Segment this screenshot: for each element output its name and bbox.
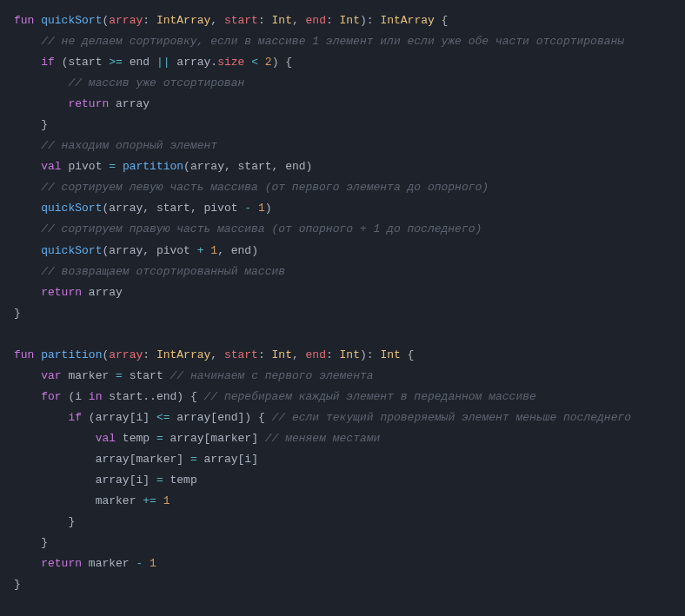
identifier: end <box>231 244 251 257</box>
operator: - <box>244 202 251 215</box>
identifier: pivot <box>156 244 190 257</box>
param: end <box>306 348 326 361</box>
identifier: array <box>170 432 204 445</box>
code-line: } <box>14 578 21 591</box>
keyword-val: val <box>41 160 61 173</box>
operator: < <box>251 56 258 69</box>
keyword-if: if <box>68 411 82 424</box>
code-line: } <box>14 515 75 528</box>
code-line: var marker = start // начинаем с первого… <box>14 369 374 382</box>
identifier: start <box>130 369 163 382</box>
number: 1 <box>163 494 170 507</box>
number: 1 <box>150 557 156 570</box>
code-line: // сортируем правую часть массива (от оп… <box>14 222 482 235</box>
operator: >= <box>109 56 123 69</box>
code-line: array[marker] = array[i] <box>14 453 258 466</box>
identifier: marker <box>136 453 176 466</box>
identifier: temp <box>170 474 197 487</box>
operator: - <box>136 557 143 570</box>
operator: + <box>197 244 204 257</box>
operator: = <box>156 474 163 487</box>
identifier: i <box>75 390 82 403</box>
identifier: array <box>109 202 143 215</box>
identifier: pivot <box>204 202 238 215</box>
property: size <box>217 56 244 69</box>
code-line: } <box>14 307 21 320</box>
identifier: end <box>217 411 237 424</box>
param: array <box>109 14 143 27</box>
keyword-val: val <box>96 432 116 445</box>
keyword-return: return <box>41 286 82 299</box>
return-type: IntArray <box>380 14 434 27</box>
identifier: i <box>136 474 143 487</box>
comment: // находим опорный элемент <box>41 139 217 152</box>
code-line: // массив уже отсортирован <box>14 76 244 89</box>
operator: <= <box>156 411 170 424</box>
code-line: fun quickSort(array: IntArray, start: In… <box>14 14 448 27</box>
keyword-if: if <box>41 56 55 69</box>
code-line: fun partition(array: IntArray, start: In… <box>14 348 414 361</box>
param: array <box>109 348 143 361</box>
identifier: start <box>68 56 102 69</box>
code-line: return marker - 1 <box>14 557 156 570</box>
code-line: if (array[i] <= array[end]) { // если те… <box>14 411 631 424</box>
keyword-in: in <box>89 390 103 403</box>
code-line: // не делаем сортировку, если в массиве … <box>14 35 624 48</box>
type: Int <box>340 348 360 361</box>
identifier: start <box>238 160 272 173</box>
operator: = <box>109 160 116 173</box>
comment: // если текущий проверяемый элемент мень… <box>272 411 631 424</box>
comment: // сортируем левую часть массива (от пер… <box>41 181 489 194</box>
param: start <box>224 14 258 27</box>
keyword-var: var <box>41 369 61 382</box>
operator: = <box>156 432 163 445</box>
code-line: // возвращаем отсортированный массив <box>14 265 285 278</box>
operator: += <box>143 494 156 507</box>
operator: = <box>190 453 197 466</box>
param: start <box>224 348 258 361</box>
type: IntArray <box>156 14 210 27</box>
identifier: i <box>244 453 251 466</box>
type: Int <box>340 14 360 27</box>
code-line: quickSort(array, pivot + 1, end) <box>14 244 258 257</box>
operator: || <box>156 56 170 69</box>
identifier: array <box>96 453 130 466</box>
identifier: array <box>96 411 130 424</box>
function-call: quickSort <box>41 202 102 215</box>
type: IntArray <box>156 348 210 361</box>
function-call: partition <box>123 160 183 173</box>
code-line: val temp = array[marker] // меняем места… <box>14 432 380 445</box>
code-line: // находим опорный элемент <box>14 139 217 152</box>
code-line: // сортируем левую часть массива (от пер… <box>14 181 489 194</box>
identifier: i <box>136 411 143 424</box>
type: Int <box>272 14 292 27</box>
identifier: array <box>190 160 224 173</box>
identifier: start <box>109 390 143 403</box>
comment: // перебираем каждый элемент в переданно… <box>204 390 536 403</box>
comment: // меняем местами <box>265 432 381 445</box>
comment: // массив уже отсортирован <box>68 76 244 89</box>
keyword-return: return <box>68 97 109 110</box>
code-line: } <box>14 536 48 549</box>
comment: // начинаем с первого элемента <box>170 369 374 382</box>
comment: // не делаем сортировку, если в массиве … <box>41 35 624 48</box>
code-block: fun quickSort(array: IntArray, start: In… <box>14 10 643 595</box>
identifier: marker <box>96 494 136 507</box>
identifier: array <box>116 97 150 110</box>
code-line: quickSort(array, start, pivot - 1) <box>14 202 272 215</box>
identifier: marker <box>210 432 251 445</box>
identifier: pivot <box>68 160 102 173</box>
identifier: array <box>89 286 123 299</box>
return-type: Int <box>380 348 400 361</box>
code-line: if (start >= end || array.size < 2) { <box>14 56 292 69</box>
code-line: marker += 1 <box>14 494 170 507</box>
identifier: marker <box>68 369 109 382</box>
keyword-return: return <box>41 557 82 570</box>
identifier: array <box>176 411 210 424</box>
number: 1 <box>210 244 217 257</box>
code-line: array[i] = temp <box>14 474 197 487</box>
function-name: partition <box>41 348 102 361</box>
comment: // сортируем правую часть массива (от оп… <box>41 222 482 235</box>
number: 2 <box>265 56 272 69</box>
comment: // возвращаем отсортированный массив <box>41 265 285 278</box>
